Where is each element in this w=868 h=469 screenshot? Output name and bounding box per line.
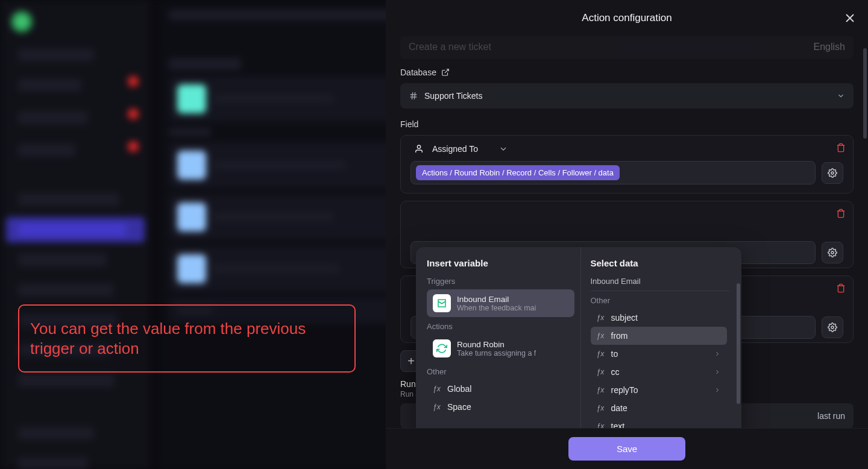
mail-icon bbox=[436, 298, 447, 309]
popover-scrollbar[interactable] bbox=[737, 283, 740, 404]
field-card-assigned-to: Assigned To Actions / Round Robin / Reco… bbox=[400, 135, 854, 194]
field-settings-button[interactable] bbox=[822, 316, 843, 338]
action-config-panel: Action configuration Create a new ticket… bbox=[386, 0, 868, 469]
field-settings-button[interactable] bbox=[822, 162, 843, 184]
chevron-right-icon bbox=[714, 368, 721, 376]
data-item-to[interactable]: ƒxto bbox=[591, 345, 728, 363]
popover-right-title: Select data bbox=[591, 258, 738, 268]
trigger-item-inbound-email[interactable]: Inbound Email When the feedback mai bbox=[427, 289, 574, 317]
gear-icon bbox=[828, 168, 837, 178]
chevron-down-icon bbox=[498, 144, 508, 154]
chevron-right-icon bbox=[714, 386, 721, 394]
prompt-row[interactable]: Create a new ticket English bbox=[400, 36, 854, 59]
data-item-subject[interactable]: ƒxsubject bbox=[591, 309, 728, 327]
chevron-down-icon bbox=[837, 92, 845, 100]
space-item[interactable]: ƒxSpace bbox=[427, 398, 574, 416]
data-item-cc[interactable]: ƒxcc bbox=[591, 363, 728, 381]
refresh-icon bbox=[436, 343, 447, 354]
user-icon bbox=[414, 144, 424, 154]
popover-left-title: Insert variable bbox=[427, 258, 574, 268]
close-button[interactable] bbox=[843, 11, 857, 25]
gear-icon bbox=[828, 248, 837, 257]
section-triggers: Triggers bbox=[427, 277, 574, 286]
trash-icon[interactable] bbox=[836, 209, 846, 218]
field-label: Field bbox=[400, 119, 854, 129]
data-item-text[interactable]: ƒxtext bbox=[591, 417, 728, 428]
section-other-right: Other bbox=[591, 296, 738, 305]
popover-right-sub: Inbound Email bbox=[591, 277, 738, 286]
field-value-input[interactable]: Actions / Round Robin / Record / Cells /… bbox=[410, 161, 816, 184]
insert-variable-popover: Insert variable Triggers Inbound Email W… bbox=[416, 247, 741, 428]
database-select[interactable]: Support Tickets bbox=[400, 83, 854, 109]
data-item-date[interactable]: ƒxdate bbox=[591, 399, 728, 417]
trash-icon[interactable] bbox=[836, 143, 846, 153]
svg-point-0 bbox=[831, 172, 834, 174]
data-item-from[interactable]: ƒxfrom bbox=[591, 327, 728, 345]
close-icon bbox=[843, 11, 857, 25]
prompt-text: Create a new ticket bbox=[409, 42, 491, 52]
lang-text: English bbox=[814, 42, 845, 52]
svg-point-2 bbox=[831, 326, 834, 329]
panel-title: Action configuration bbox=[582, 12, 671, 24]
action-item-round-robin[interactable]: Round Robin Take turns assigning a f bbox=[427, 335, 574, 362]
hint-callout: You can get the value from the previous … bbox=[18, 304, 356, 373]
external-link-icon[interactable] bbox=[441, 68, 450, 77]
save-button[interactable]: Save bbox=[568, 437, 685, 461]
field-select[interactable]: Assigned To bbox=[410, 144, 843, 154]
variable-chip[interactable]: Actions / Round Robin / Record / Cells /… bbox=[416, 165, 620, 180]
gear-icon bbox=[828, 323, 837, 332]
data-item-replyTo[interactable]: ƒxreplyTo bbox=[591, 381, 728, 399]
chevron-right-icon bbox=[714, 350, 721, 357]
trash-icon[interactable] bbox=[836, 283, 846, 293]
section-actions: Actions bbox=[427, 322, 574, 331]
svg-point-1 bbox=[831, 251, 834, 254]
field-settings-button[interactable] bbox=[822, 242, 843, 263]
section-other-left: Other bbox=[427, 367, 574, 376]
hash-icon bbox=[409, 91, 418, 101]
global-item[interactable]: ƒxGlobal bbox=[427, 380, 574, 398]
database-label: Database bbox=[400, 68, 854, 77]
